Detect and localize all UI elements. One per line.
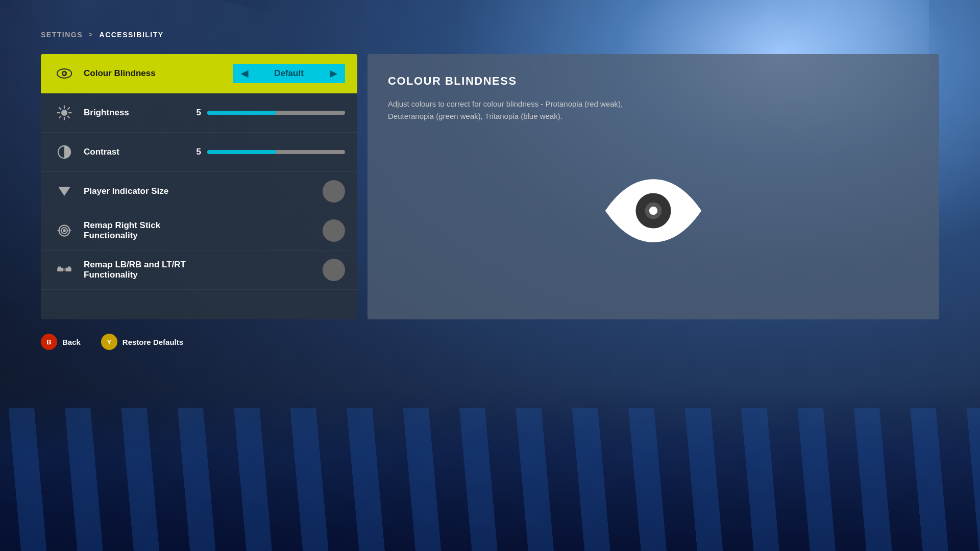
bottom-navigation: B Back Y Restore Defaults: [41, 334, 939, 350]
svg-point-2: [63, 72, 66, 75]
back-button[interactable]: B Back: [41, 334, 81, 350]
b-button-icon: B: [41, 334, 57, 350]
detail-eye-icon: [602, 175, 704, 246]
svg-point-3: [61, 110, 67, 116]
detail-panel: COLOUR BLINDNESS Adjust colours to corre…: [368, 54, 939, 319]
brightness-value: 5: [191, 108, 201, 118]
brightness-label: Brightness: [84, 108, 191, 118]
restore-defaults-label: Restore Defaults: [122, 338, 183, 346]
settings-list: Colour Blindness ◀ Default ▶: [41, 54, 357, 319]
detail-title: COLOUR BLINDNESS: [388, 74, 919, 88]
y-button-label: Y: [107, 338, 112, 346]
triangle-icon: [53, 180, 76, 203]
remap-lb-rb-label: Remap LB/RB and LT/RT Functionality: [84, 260, 214, 280]
colour-blindness-label: Colour Blindness: [84, 68, 233, 79]
y-button-icon: Y: [101, 334, 117, 350]
svg-line-11: [59, 116, 61, 118]
remap-right-stick-toggle[interactable]: [214, 219, 345, 242]
contrast-slider-container: 5: [191, 147, 345, 157]
colour-blindness-selector[interactable]: ◀ Default ▶: [233, 64, 345, 83]
remap-lb-rb-toggle-btn[interactable]: [323, 259, 345, 281]
selector-right-arrow[interactable]: ▶: [330, 68, 337, 79]
svg-rect-23: [63, 268, 66, 271]
brightness-slider[interactable]: [207, 111, 345, 115]
setting-contrast[interactable]: Contrast 5: [41, 133, 357, 172]
brightness-fill: [207, 111, 276, 115]
svg-line-8: [59, 108, 61, 109]
svg-point-16: [63, 229, 66, 232]
remap-lb-rb-toggle[interactable]: [214, 259, 345, 281]
setting-brightness[interactable]: Brightness 5: [41, 93, 357, 133]
setting-remap-lb-rb[interactable]: Remap LB/RB and LT/RT Functionality: [41, 251, 357, 290]
brightness-icon: [53, 102, 76, 124]
selector-left-arrow[interactable]: ◀: [241, 68, 248, 79]
setting-player-indicator-size[interactable]: Player Indicator Size: [41, 172, 357, 211]
player-indicator-toggle-btn[interactable]: [323, 180, 345, 203]
svg-marker-13: [58, 187, 70, 196]
player-indicator-label: Player Indicator Size: [84, 186, 214, 196]
breadcrumb-separator: >: [89, 31, 93, 38]
controller-icon: [53, 259, 76, 281]
restore-defaults-button[interactable]: Y Restore Defaults: [101, 334, 183, 350]
setting-remap-right-stick[interactable]: Remap Right Stick Functionality: [41, 211, 357, 251]
player-indicator-toggle[interactable]: [214, 180, 345, 203]
breadcrumb-current-page: ACCESSIBILITY: [100, 31, 164, 39]
svg-rect-21: [58, 266, 61, 268]
detail-icon-area: [388, 122, 919, 299]
contrast-slider[interactable]: [207, 150, 345, 154]
svg-line-9: [68, 116, 69, 118]
remap-right-stick-toggle-btn[interactable]: [323, 219, 345, 242]
svg-line-10: [68, 108, 69, 109]
target-icon: [53, 219, 76, 242]
setting-colour-blindness[interactable]: Colour Blindness ◀ Default ▶: [41, 54, 357, 93]
remap-right-stick-label: Remap Right Stick Functionality: [84, 220, 214, 241]
svg-rect-22: [68, 266, 71, 268]
contrast-label: Contrast: [84, 147, 191, 157]
contrast-icon: [53, 141, 76, 163]
contrast-value: 5: [191, 147, 201, 157]
b-button-label: B: [46, 338, 51, 346]
contrast-fill: [207, 150, 276, 154]
detail-description: Adjust colours to correct for colour bli…: [388, 98, 643, 122]
selector-current-value: Default: [274, 68, 304, 79]
breadcrumb-settings: SETTINGS: [41, 31, 83, 39]
brightness-slider-container: 5: [191, 108, 345, 118]
back-label: Back: [62, 338, 81, 346]
breadcrumb: SETTINGS > ACCESSIBILITY: [41, 31, 939, 39]
eye-icon: [53, 62, 76, 85]
svg-point-26: [649, 207, 657, 215]
